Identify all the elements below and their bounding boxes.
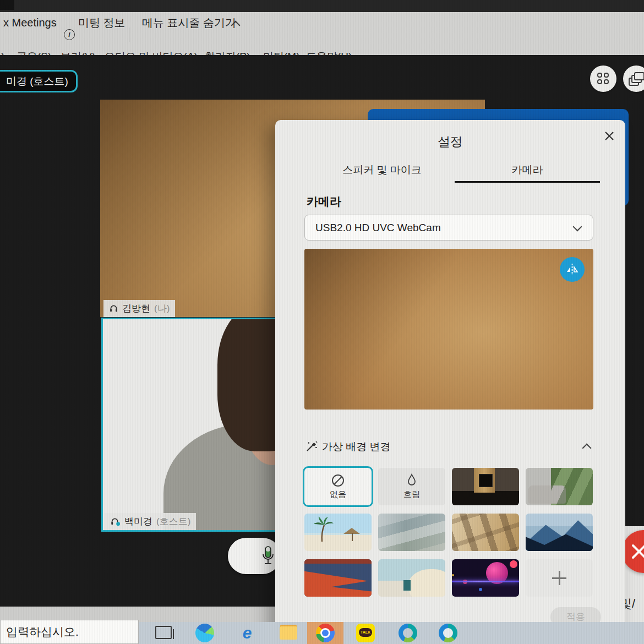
virtual-background-label: 가상 배경 변경: [322, 440, 391, 454]
info-icon[interactable]: i: [64, 29, 75, 40]
top-strip: [0, 0, 644, 12]
bg-tile-space[interactable]: [452, 559, 519, 597]
dialog-close-button[interactable]: [601, 128, 618, 144]
active-speaker-badge: 미경 (호스트): [0, 70, 78, 92]
bg-tile-add[interactable]: [526, 559, 593, 597]
flip-horizontal-icon: [565, 263, 579, 276]
bg-tile-window-light[interactable]: [452, 514, 519, 551]
bg-tile-sofa-garden[interactable]: [526, 468, 593, 505]
camera-device-value: USB2.0 HD UVC WebCam: [315, 215, 441, 240]
bg-tile-none[interactable]: 없음: [303, 466, 373, 507]
mirror-video-button[interactable]: [560, 257, 585, 282]
chrome-icon[interactable]: [316, 624, 335, 642]
bg-tile-blur[interactable]: 흐림: [378, 468, 445, 505]
headset-icon: [109, 304, 118, 313]
bg-tile-misty-mountains[interactable]: [378, 514, 445, 551]
camera-device-select[interactable]: USB2.0 HD UVC WebCam: [304, 215, 593, 241]
dialog-title: 설정: [275, 133, 625, 150]
webex-icon[interactable]: [399, 624, 417, 642]
taskbar: 입력하십시오. e TALK: [0, 622, 644, 644]
settings-dialog: 설정 스피커 및 마이크 카메라 카메라 USB2.0 HD UVC WebCa…: [275, 120, 625, 632]
plus-icon: [552, 571, 566, 585]
headset-audio-icon: [110, 517, 121, 526]
hide-menubar-button[interactable]: 메뉴 표시줄 숨기기: [142, 12, 236, 33]
tab-camera[interactable]: 카메라: [455, 161, 600, 183]
task-view-icon[interactable]: [155, 626, 172, 639]
window-chrome: x Meetings i 미팅 정보 메뉴 표시줄 숨기기 ) 공유(S) 보기…: [0, 12, 644, 56]
palm-tree-shape: [311, 515, 334, 543]
camera-section-label: 카메라: [307, 194, 341, 209]
layout-stack-button[interactable]: [623, 66, 644, 92]
bg-tile-pastel-room[interactable]: [378, 559, 445, 597]
meeting-info-button[interactable]: 미팅 정보: [78, 12, 125, 33]
taskbar-search-text: 입력하십시오.: [1, 620, 138, 643]
magic-wand-icon: [305, 440, 318, 452]
kakao-talk-bubble: TALK: [359, 628, 372, 637]
top-notch: [0, 0, 14, 10]
taskbar-search[interactable]: 입력하십시오.: [0, 620, 139, 644]
screen: x Meetings i 미팅 정보 메뉴 표시줄 숨기기 ) 공유(S) 보기…: [0, 0, 644, 644]
close-x-icon: [631, 543, 644, 560]
edge-browser-icon[interactable]: [195, 624, 214, 642]
titlebar-divider: [129, 28, 129, 42]
tab-speaker-mic[interactable]: 스피커 및 마이크: [309, 161, 455, 183]
chevron-down-icon: [573, 222, 582, 232]
blur-droplet-icon: [406, 473, 418, 488]
settings-tabs: 스피커 및 마이크 카메라: [309, 161, 600, 183]
bg-tile-paper-mountains[interactable]: [526, 514, 593, 551]
microphone-icon: [261, 545, 275, 566]
tv-shape: [479, 474, 493, 487]
internet-explorer-icon[interactable]: e: [238, 624, 256, 642]
bg-tile-red-abstract[interactable]: [304, 559, 372, 597]
kakaotalk-icon[interactable]: TALK: [356, 624, 375, 642]
bg-tile-living-room[interactable]: [452, 468, 519, 505]
video1-name-tag: 김방현 (나): [103, 300, 175, 317]
file-explorer-icon[interactable]: [280, 626, 297, 640]
none-circle-slash-icon: [331, 473, 345, 488]
virtual-background-grid: 없음 흐림: [304, 468, 593, 597]
virtual-background-header[interactable]: 가상 배경 변경: [304, 438, 593, 457]
bg-tile-beach[interactable]: [304, 514, 372, 551]
mute-button[interactable]: [228, 538, 281, 574]
close-icon: [601, 128, 618, 144]
video2-name-tag: 백미경 (호스트): [105, 513, 196, 530]
layout-grid-button[interactable]: [590, 66, 616, 92]
webex-icon-2[interactable]: [439, 624, 457, 642]
camera-preview: [304, 249, 593, 410]
grid-layout-icon: [597, 73, 609, 85]
app-title: x Meetings: [3, 12, 57, 33]
collapse-chevron-icon: [582, 444, 592, 453]
